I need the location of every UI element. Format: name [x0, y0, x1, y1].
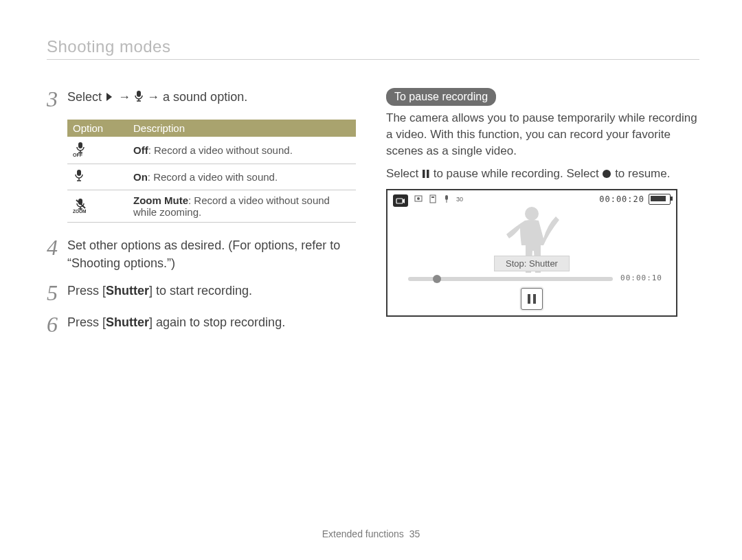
step-6: 6 Press [Shutter] again to stop recordin…: [47, 313, 363, 335]
page-footer: Extended functions 35: [0, 528, 742, 539]
svg-text:ZOOM: ZOOM: [73, 209, 87, 214]
text-bold: Shutter: [106, 284, 149, 298]
cell-icon: OFF: [67, 137, 128, 164]
text: Press [: [67, 315, 106, 329]
status-icon: [442, 194, 451, 205]
step-number: 5: [47, 282, 67, 304]
mic-on-icon: [73, 174, 87, 186]
battery-icon: [649, 194, 671, 205]
svg-rect-7: [77, 170, 81, 176]
pause-icon: [422, 167, 430, 180]
page-title: Shooting modes: [47, 37, 699, 60]
text: →: [115, 90, 134, 104]
text: Select: [67, 90, 105, 104]
svg-text:30: 30: [456, 196, 463, 203]
mode-icon: [393, 194, 408, 207]
opt-desc: : Record a video without sound.: [148, 144, 293, 156]
status-icon: 30: [456, 194, 466, 205]
th-description: Description: [128, 120, 356, 137]
cell-desc: Zoom Mute: Record a video without sound …: [128, 190, 356, 223]
table-row: On: Record a video with sound.: [67, 164, 356, 190]
svg-rect-15: [423, 170, 425, 178]
step-text: Select → → a sound option.: [67, 88, 363, 106]
text: ] to start recording.: [149, 284, 252, 298]
svg-rect-18: [396, 199, 403, 203]
svg-rect-21: [430, 195, 436, 203]
step-text: Set other options as desired. (For optio…: [67, 236, 363, 272]
text: to resume.: [611, 167, 670, 180]
chevron-icon: [105, 90, 115, 104]
mic-icon: [134, 90, 144, 104]
opt-name: Off: [133, 144, 148, 156]
svg-point-17: [603, 170, 611, 178]
svg-rect-23: [445, 195, 448, 200]
opt-desc: : Record a video with sound.: [148, 171, 278, 183]
text: to pause while recording. Select: [430, 167, 602, 180]
step-5: 5 Press [Shutter] to start recording.: [47, 282, 363, 304]
cell-desc: On: Record a video with sound.: [128, 164, 356, 190]
manual-page: Shooting modes 3 Select → → a sound opti…: [0, 0, 742, 560]
svg-point-20: [417, 197, 420, 200]
text: Select: [386, 167, 422, 180]
step-3: 3 Select → → a sound option.: [47, 88, 363, 110]
progress-timer: 00:00:10: [620, 273, 662, 282]
table-row: OFF Off: Record a video without sound.: [67, 137, 356, 164]
step-text: Press [Shutter] to start recording.: [67, 282, 363, 300]
footer-page: 35: [409, 528, 420, 539]
opt-name: Zoom Mute: [133, 194, 188, 206]
pause-button: [521, 288, 543, 310]
callout-title: To pause recording: [386, 88, 496, 106]
svg-rect-22: [431, 197, 434, 198]
cell-desc: Off: Record a video without sound.: [128, 137, 356, 164]
text: a sound option.: [163, 90, 247, 104]
svg-rect-3: [78, 142, 82, 148]
svg-point-26: [525, 207, 539, 221]
opt-name: On: [133, 171, 148, 183]
record-dot-icon: [602, 167, 611, 180]
text: →: [144, 90, 163, 104]
svg-rect-16: [427, 170, 429, 178]
text-bold: Shutter: [106, 315, 149, 329]
svg-rect-0: [137, 91, 141, 97]
svg-text:OFF: OFF: [73, 153, 83, 157]
stop-label: Stop: Shutter: [494, 256, 570, 271]
th-option: Option: [67, 120, 128, 137]
text: Press [: [67, 284, 106, 298]
left-column: 3 Select → → a sound option. Option Desc…: [47, 88, 363, 345]
status-icon: [429, 194, 437, 205]
status-icon: [414, 194, 423, 205]
step-number: 3: [47, 88, 67, 110]
cell-icon: ZOOM: [67, 190, 128, 223]
camera-screen-illustration: 30 00:00:20 Stop: Shutter 00:00:10: [386, 189, 677, 317]
table-row: ZOOM Zoom Mute: Record a video without s…: [67, 190, 356, 223]
step-number: 4: [47, 236, 67, 258]
text: ] again to stop recording.: [149, 315, 285, 329]
step-text: Press [Shutter] again to stop recording.: [67, 313, 363, 331]
step-number: 6: [47, 313, 67, 335]
pause-instruction: Select to pause while recording. Select …: [386, 166, 704, 182]
rec-timer: 00:00:20: [599, 194, 644, 204]
mic-off-icon: OFF: [73, 148, 92, 159]
cell-icon: [67, 164, 128, 190]
progress-bar: [408, 277, 613, 281]
progress-knob: [433, 275, 441, 283]
step-4: 4 Set other options as desired. (For opt…: [47, 236, 363, 272]
callout-body: The camera allows you to pause temporari…: [386, 110, 704, 159]
right-column: To pause recording The camera allows you…: [386, 88, 704, 317]
footer-section: Extended functions: [322, 528, 404, 539]
mic-zoom-icon: ZOOM: [73, 204, 93, 216]
top-status-icons: 30: [414, 194, 466, 205]
sound-options-table: Option Description OFF Off: Record a vid…: [67, 120, 356, 223]
